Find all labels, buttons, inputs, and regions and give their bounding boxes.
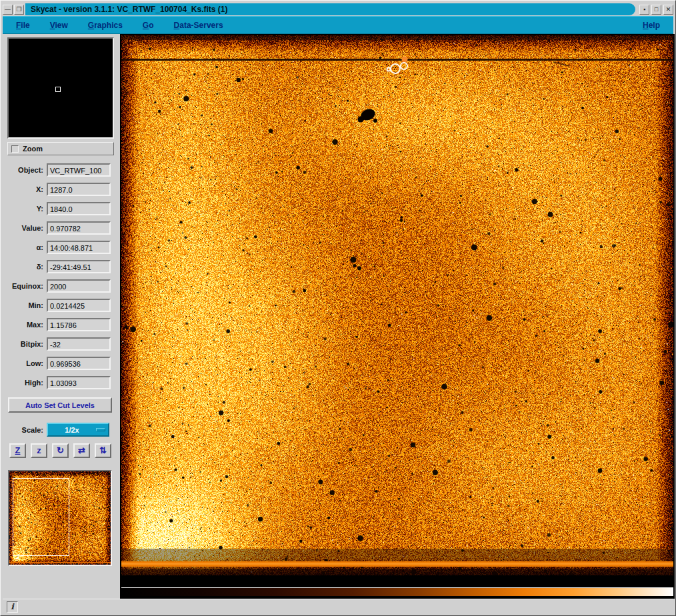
menu-bar: File View Graphics Go Data-Servers Help [3, 16, 673, 34]
y-field: 1840.0 [47, 202, 111, 215]
dec-label: δ: [7, 263, 47, 271]
high-cut-field[interactable]: 1.03093 [47, 376, 111, 389]
flip-x-icon[interactable]: ⇄ [73, 443, 90, 458]
menu-data-servers[interactable]: Data-Servers [174, 21, 223, 30]
y-label: Y: [7, 205, 47, 213]
zoom-view [7, 37, 114, 139]
menu-view[interactable]: View [50, 21, 68, 30]
info-row: Equinox: 2000 [7, 279, 120, 293]
colorbar [121, 587, 673, 596]
equinox-field: 2000 [47, 279, 111, 293]
info-row: Value: 0.970782 [7, 221, 120, 235]
skycat-window: — ❐ Skycat - version 3.1.1: VC_RTWF_1007… [0, 0, 676, 616]
info-row: Low: 0.969536 [7, 357, 120, 370]
window-menu-icon[interactable]: — [3, 5, 13, 15]
menu-file[interactable]: File [16, 21, 30, 30]
info-row: High: 1.03093 [7, 376, 120, 389]
min-field: 0.0214425 [47, 299, 111, 312]
zoom-out-button[interactable]: z [31, 443, 47, 458]
info-row: X: 1287.0 [7, 183, 120, 196]
dec-field: -29:41:49.51 [47, 260, 111, 273]
pan-view[interactable] [8, 470, 112, 566]
auto-set-cut-levels-button[interactable]: Auto Set Cut Levels [8, 397, 112, 413]
zoom-toggle-bar[interactable]: Zoom [7, 142, 114, 155]
menu-graphics[interactable]: Graphics [88, 21, 123, 30]
titlebar-capsule[interactable]: Skycat - version 3.1.1: VC_RTWF_100704_K… [25, 3, 635, 15]
zoom-button-row: Z z ↻ ⇄ ⇅ [9, 443, 120, 458]
image-pane [120, 34, 675, 599]
image-gap [121, 575, 673, 587]
zoom-checkbox[interactable] [11, 145, 19, 153]
low-cut-label: Low: [7, 359, 47, 367]
x-label: X: [7, 185, 47, 193]
minimize-icon[interactable]: ▪ [639, 5, 649, 15]
scale-row: Scale: 1/2x [7, 423, 120, 437]
ra-label: α: [7, 243, 47, 251]
scale-label: Scale: [7, 426, 47, 434]
ra-field: 14:00:48.871 [47, 241, 111, 254]
window-stack-icon[interactable]: ❐ [14, 5, 24, 15]
info-icon[interactable]: i [7, 601, 18, 613]
control-panel: Zoom Object: VC_RTWF_100 X: 1287.0 Y: 18… [3, 34, 120, 599]
info-row: Min: 0.0214425 [7, 299, 120, 312]
info-panel: Object: VC_RTWF_100 X: 1287.0 Y: 1840.0 … [3, 163, 120, 389]
high-cut-label: High: [7, 379, 47, 387]
zoom-cursor-marker [55, 87, 61, 92]
maximize-icon[interactable]: □ [651, 5, 661, 15]
main-image-canvas[interactable] [121, 35, 673, 575]
low-cut-field[interactable]: 0.969536 [47, 357, 111, 370]
zoom-in-button[interactable]: Z [9, 443, 26, 458]
pan-canvas[interactable] [9, 471, 111, 565]
value-field: 0.970782 [47, 221, 111, 235]
rotate-icon[interactable]: ↻ [52, 443, 69, 458]
bitpix-field: -32 [47, 337, 111, 351]
titlebar[interactable]: — ❐ Skycat - version 3.1.1: VC_RTWF_1007… [3, 3, 673, 16]
menu-go[interactable]: Go [143, 21, 154, 30]
min-label: Min: [7, 301, 47, 309]
bitpix-label: Bitpix: [7, 340, 47, 348]
info-row: Y: 1840.0 [7, 202, 120, 215]
max-label: Max: [7, 321, 47, 329]
info-row: Object: VC_RTWF_100 [7, 163, 120, 177]
info-row: Bitpix: -32 [7, 337, 120, 351]
info-row: α: 14:00:48.871 [7, 241, 120, 254]
info-row: δ: -29:41:49.51 [7, 260, 120, 273]
x-field: 1287.0 [47, 183, 111, 196]
scale-dropdown[interactable]: 1/2x [47, 423, 109, 437]
status-bar: i [3, 599, 673, 615]
window-title: Skycat - version 3.1.1: VC_RTWF_100704_K… [31, 5, 227, 14]
scale-value: 1/2x [48, 426, 96, 434]
object-field: VC_RTWF_100 [47, 163, 111, 177]
object-label: Object: [7, 166, 47, 174]
flip-y-icon[interactable]: ⇅ [95, 443, 111, 458]
menu-help[interactable]: Help [643, 21, 660, 30]
info-row: Max: 1.15786 [7, 318, 120, 331]
max-field: 1.15786 [47, 318, 111, 331]
value-label: Value: [7, 224, 47, 232]
dropdown-indicator-icon [96, 428, 105, 431]
zoom-label: Zoom [23, 145, 43, 153]
equinox-label: Equinox: [7, 282, 47, 290]
close-icon[interactable]: ✕ [663, 5, 673, 15]
